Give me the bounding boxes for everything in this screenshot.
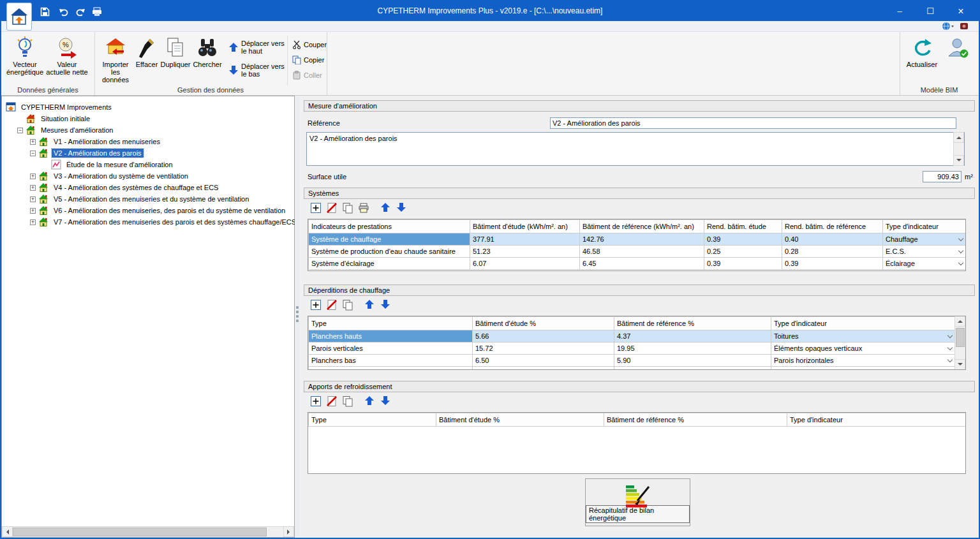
expand-icon[interactable] bbox=[30, 185, 36, 191]
type-indicator-select[interactable]: Chauffage bbox=[883, 233, 966, 246]
cell-reference[interactable]: 142.76 bbox=[580, 233, 704, 246]
cell-name[interactable]: Système d'éclairage bbox=[309, 258, 470, 270]
scroll-down-button[interactable] bbox=[954, 359, 965, 370]
cell-rend-ref[interactable]: 0.28 bbox=[782, 246, 883, 258]
cell-type[interactable]: Ponts thermiques bbox=[309, 367, 473, 371]
cell-name[interactable]: Système de chauffage bbox=[309, 233, 470, 246]
scrollbar-thumb[interactable] bbox=[956, 328, 965, 347]
table-row[interactable]: Système de chauffage 377.91 142.76 0.39 … bbox=[309, 233, 966, 246]
cell-etude[interactable]: 51.23 bbox=[470, 246, 580, 258]
table-row[interactable]: Planchers hauts 5.66 4.37 Toitures bbox=[309, 330, 955, 343]
add-row-button[interactable] bbox=[310, 299, 322, 311]
column-header[interactable]: Bâtiment d'étude % bbox=[473, 317, 614, 330]
tree-item-root[interactable]: CYPETHERM Improvements bbox=[2, 101, 294, 113]
cell-reference[interactable]: 5.90 bbox=[614, 355, 771, 367]
tree-item-situation-initiale[interactable]: Situation initiale bbox=[2, 113, 294, 124]
scroll-down-button[interactable] bbox=[953, 155, 964, 166]
tree-item-v2[interactable]: V2 - Amélioration des parois bbox=[2, 147, 294, 159]
cell-reference[interactable]: 25.21 bbox=[614, 367, 771, 371]
copy-row-button[interactable] bbox=[342, 395, 353, 407]
chercher-button[interactable]: Chercher bbox=[191, 35, 223, 68]
tree-item-v3[interactable]: V3 - Amélioration du système de ventilat… bbox=[2, 170, 294, 182]
expand-icon[interactable] bbox=[30, 139, 36, 145]
type-indicator-select[interactable]: E.C.S. bbox=[883, 246, 966, 258]
type-indicator-select[interactable]: Éclairage bbox=[883, 258, 966, 270]
app-menu-button[interactable] bbox=[6, 3, 32, 31]
cell-rend-ref[interactable]: 0.40 bbox=[782, 233, 883, 246]
save-button[interactable] bbox=[37, 6, 52, 17]
move-row-down-button[interactable] bbox=[396, 202, 408, 214]
addons-button[interactable] bbox=[960, 22, 970, 31]
cell-etude[interactable]: 6.50 bbox=[473, 355, 614, 367]
close-button[interactable]: × bbox=[948, 1, 974, 21]
minimize-button[interactable]: – bbox=[887, 1, 912, 21]
cell-reference[interactable]: 46.58 bbox=[580, 246, 704, 258]
column-header[interactable]: Bâtiment de référence (kWh/m². an) bbox=[580, 220, 704, 233]
column-header[interactable]: Type d'indicateur bbox=[771, 317, 955, 330]
cell-reference[interactable]: 19.95 bbox=[614, 343, 771, 355]
move-row-down-button[interactable] bbox=[380, 299, 392, 311]
expand-icon[interactable] bbox=[30, 196, 36, 202]
copier-button[interactable]: Copier bbox=[292, 54, 324, 66]
recap-bilan-button[interactable]: Récapitulatif de bilan énergétique bbox=[585, 478, 690, 526]
cell-rend-etude[interactable]: 0.39 bbox=[704, 233, 782, 246]
print-rows-button[interactable] bbox=[358, 202, 369, 214]
redo-button[interactable] bbox=[73, 6, 88, 17]
column-header[interactable]: Type bbox=[309, 413, 436, 427]
importer-donnees-button[interactable]: Importer les données bbox=[97, 35, 134, 84]
scroll-right-button[interactable] bbox=[283, 526, 294, 537]
tree-item-mesures-amelioration[interactable]: Mesures d'amélioration bbox=[2, 124, 294, 136]
tree-item-v1[interactable]: V1 - Amélioration des menuiseries bbox=[2, 136, 294, 147]
cell-etude[interactable]: 6.07 bbox=[470, 258, 580, 270]
column-header[interactable]: Bâtiment d'étude (kWh/m². an) bbox=[470, 220, 580, 233]
type-indicator-select[interactable]: Toitures bbox=[771, 330, 955, 343]
column-header[interactable]: Rend. bâtim. étude bbox=[704, 220, 782, 233]
move-row-down-button[interactable] bbox=[380, 395, 392, 407]
user-account-button[interactable] bbox=[944, 35, 972, 61]
column-header[interactable]: Rend. bâtim. de référence bbox=[782, 220, 883, 233]
cell-rend-ref[interactable]: 0.39 bbox=[782, 258, 883, 270]
panel-splitter[interactable] bbox=[295, 96, 300, 538]
reference-input[interactable] bbox=[550, 117, 956, 129]
cell-etude[interactable]: 5.66 bbox=[473, 330, 614, 343]
expand-icon[interactable] bbox=[30, 208, 36, 214]
add-row-button[interactable] bbox=[310, 395, 322, 407]
move-row-up-button[interactable] bbox=[364, 395, 376, 407]
type-indicator-select[interactable]: Ponts thermiques bbox=[771, 367, 955, 371]
copy-row-button[interactable] bbox=[342, 299, 353, 311]
collapse-icon[interactable] bbox=[17, 128, 23, 133]
delete-row-button[interactable] bbox=[326, 299, 338, 311]
add-row-button[interactable] bbox=[310, 202, 322, 214]
deplacer-haut-button[interactable]: Déplacer vers le haut bbox=[228, 37, 285, 57]
move-row-up-button[interactable] bbox=[380, 202, 392, 214]
dupliquer-button[interactable]: Dupliquer bbox=[160, 35, 191, 68]
scroll-left-button[interactable] bbox=[2, 526, 13, 537]
effacer-button[interactable]: Effacer bbox=[134, 35, 160, 68]
tree-item-v7[interactable]: V7 - Amélioration des menuiseries des pa… bbox=[2, 216, 294, 228]
tree-item-etude-mesure[interactable]: Étude de la mesure d'amélioration bbox=[2, 159, 294, 170]
cell-name[interactable]: Système de production d'eau chaude sanit… bbox=[309, 246, 470, 258]
expand-icon[interactable] bbox=[30, 174, 36, 179]
move-row-up-button[interactable] bbox=[364, 299, 376, 311]
column-header[interactable]: Bâtiment de référence % bbox=[604, 413, 787, 427]
online-services-button[interactable] bbox=[942, 22, 952, 31]
collapse-icon[interactable] bbox=[30, 151, 36, 156]
cell-etude[interactable]: 18.71 bbox=[473, 367, 614, 371]
print-button[interactable] bbox=[89, 6, 105, 17]
table-row[interactable]: Système d'éclairage 6.07 6.45 0.39 0.39 … bbox=[309, 258, 966, 270]
cell-etude[interactable]: 15.72 bbox=[473, 343, 614, 355]
coller-button[interactable]: Coller bbox=[292, 69, 322, 82]
deperditions-scrollbar[interactable] bbox=[954, 316, 965, 369]
cell-reference[interactable]: 6.45 bbox=[580, 258, 704, 270]
cell-rend-etude[interactable]: 0.25 bbox=[704, 246, 782, 258]
copy-row-button[interactable] bbox=[342, 202, 353, 214]
description-textarea[interactable]: V2 - Amélioration des parois bbox=[306, 132, 965, 166]
table-row[interactable]: Ponts thermiques 18.71 25.21 Ponts therm… bbox=[309, 367, 955, 371]
tree-item-v4[interactable]: V4 - Amélioration des systèmes de chauff… bbox=[2, 182, 294, 193]
type-indicator-select[interactable]: Éléments opaques verticaux bbox=[771, 343, 955, 355]
expand-icon[interactable] bbox=[30, 219, 36, 225]
column-header[interactable]: Type d'indicateur bbox=[787, 413, 966, 427]
couper-button[interactable]: Couper bbox=[292, 38, 327, 51]
scroll-up-button[interactable] bbox=[953, 132, 964, 143]
type-indicator-select[interactable]: Parois horizontales bbox=[771, 355, 955, 367]
